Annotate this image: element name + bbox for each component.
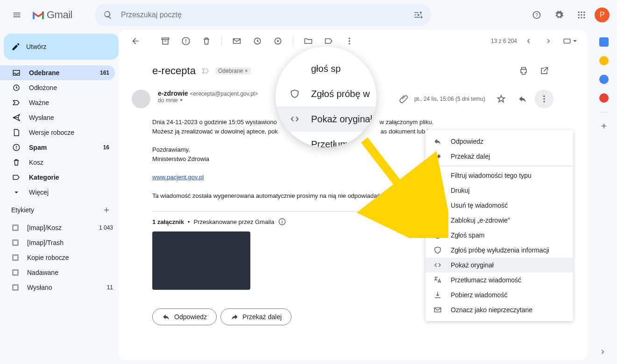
print-button[interactable] [514,62,533,80]
add-label-button[interactable] [100,203,113,217]
label-item[interactable]: [Imap]/Kosz1 043 [0,220,119,235]
menu-item-translate[interactable]: Przetłumacz wiadomość [426,273,573,287]
clock-icon [12,84,21,92]
info-icon[interactable] [278,217,286,226]
label-color-icon [12,239,19,246]
calendar-app-icon[interactable] [599,37,609,47]
menu-item-download[interactable]: Pobierz wiadomość [426,287,573,302]
label-color-icon [12,254,19,261]
sender-name: e-zdrowie [158,90,188,97]
attachment-count: 1 załącznik [152,218,184,225]
nav-odłożone[interactable]: Odłożone [0,80,115,95]
attachment-tile[interactable] [152,231,250,290]
important-marker-icon[interactable] [201,67,210,75]
contacts-app-icon[interactable] [599,93,609,103]
menu-item-shield[interactable]: Zgłoś próbę wyłudzenia informacji [426,243,573,258]
prev-button[interactable] [519,32,538,50]
menu-item-reply[interactable]: Odpowiedz [426,134,573,149]
nav-ważne[interactable]: Ważne [0,95,115,110]
attachment-icon[interactable] [399,95,408,103]
report-spam-button[interactable] [177,32,195,50]
shield-icon [290,89,300,99]
back-button[interactable] [126,32,145,50]
nav-wysłane[interactable]: Wysłane [0,110,115,125]
menu-item-print[interactable]: Drukuj [426,183,573,198]
report-icon [181,36,191,46]
forward-pill-button[interactable]: Przekaż dalej [220,308,291,325]
more-button[interactable] [340,32,359,50]
nav-wersje robocze[interactable]: Wersje robocze [0,125,115,140]
delete-button[interactable] [197,32,216,50]
apps-button[interactable] [572,6,591,24]
recipient-line: do mnie [158,97,178,104]
nav-spam[interactable]: Spam16 [0,140,115,155]
chevrons-icon [12,173,21,182]
help-icon: ? [532,10,541,20]
snooze-button[interactable] [248,32,267,50]
search-filters-button[interactable] [409,6,427,24]
nav-kosz[interactable]: Kosz [0,155,115,170]
tasks-app-icon[interactable] [599,75,609,84]
account-avatar[interactable]: P [595,7,610,22]
add-addon-icon[interactable] [600,122,608,130]
download-icon [433,291,442,299]
menu-item-forward[interactable]: Przekaż dalej [426,149,573,164]
inbox-chip[interactable]: Odebrane × [215,67,251,75]
collapse-panel-button[interactable] [594,343,612,361]
nav-więcej[interactable]: Więcej [0,185,115,200]
open-external-icon [539,66,549,76]
context-menu: OdpowiedzPrzekaż dalejFiltruj wiadomości… [426,130,573,321]
nav-kategorie[interactable]: Kategorie [0,170,115,185]
menu-button[interactable] [7,6,26,24]
label-item[interactable]: Kopie robocze [0,250,119,265]
search-input[interactable] [121,11,405,19]
menu-item-block[interactable]: Zablokuj „e-zdrowie” [426,213,573,228]
nav-odebrane[interactable]: Odebrane161 [0,65,115,80]
compose-label: Utwórz [26,43,47,50]
reply-button[interactable] [513,90,532,108]
search-button[interactable] [99,6,117,24]
menu-item-trash[interactable]: Usuń tę wiadomość [426,198,573,213]
star-button[interactable] [492,90,511,108]
menu-item-mail[interactable]: Oznacz jako nieprzeczytane [426,302,573,317]
tune-icon [413,10,423,20]
gmail-logo[interactable]: Gmail [32,9,72,21]
chevron-right-icon [599,348,607,356]
reply-pill-button[interactable]: Odpowiedz [152,308,217,325]
input-method-button[interactable] [560,32,580,50]
report-icon [433,231,442,239]
add-task-button[interactable] [269,32,287,50]
open-new-button[interactable] [535,62,553,80]
body-link[interactable]: www.pacjent.gov.pl [152,174,204,181]
archive-button[interactable] [156,32,175,50]
mark-unread-button[interactable] [227,32,246,50]
search-icon [103,10,113,20]
svg-point-7 [583,14,585,15]
menu-item-filter[interactable]: Filtruj wiadomości tego typu [426,168,573,183]
arrow-left-icon [131,36,140,46]
label-icon [324,36,333,46]
menu-item-report[interactable]: Zgłoś spam [426,228,573,243]
print-icon [519,66,528,76]
menu-item-code[interactable]: Pokaż oryginał [426,258,573,273]
support-button[interactable]: ? [527,6,546,24]
settings-button[interactable] [550,6,568,24]
expand-recipients-icon[interactable] [180,99,183,101]
email-more-button[interactable] [535,90,553,108]
search-box[interactable] [95,4,431,26]
keep-app-icon[interactable] [599,56,609,65]
dots-vertical-icon [539,94,549,104]
block-icon [433,216,442,224]
label-item[interactable]: [Imap]/Trash [0,235,119,250]
chevron-down-icon [12,188,21,196]
label-item[interactable]: Nadawane [0,265,119,280]
next-button[interactable] [539,32,558,50]
compose-button[interactable]: Utwórz [4,34,119,60]
svg-point-21 [543,101,545,102]
svg-point-2 [578,12,580,13]
send-icon [12,113,21,122]
code-icon [433,261,442,269]
label-item[interactable]: Wysłano11 [0,280,119,295]
dots-vertical-icon [345,36,354,46]
svg-point-3 [581,12,582,13]
